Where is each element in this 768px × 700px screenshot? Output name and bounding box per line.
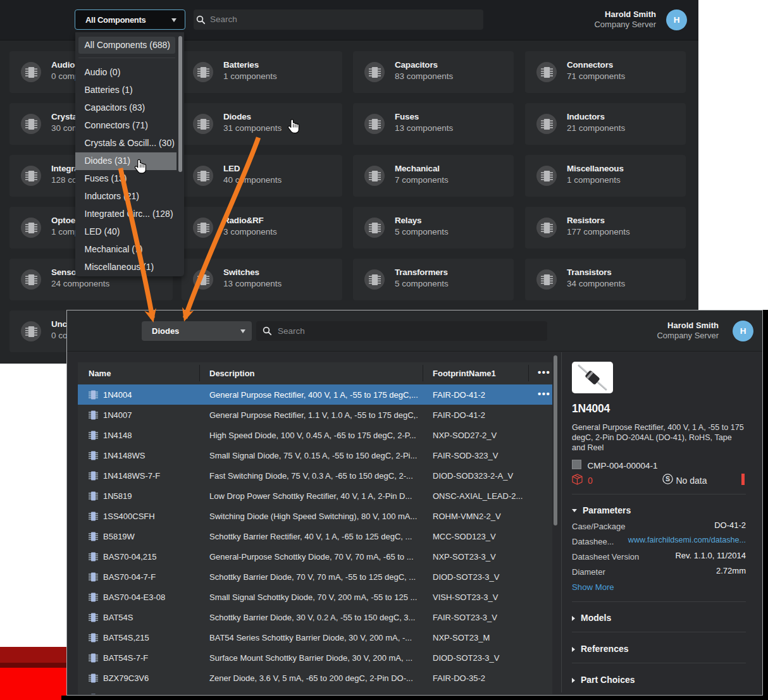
- svg-text:S: S: [666, 475, 670, 482]
